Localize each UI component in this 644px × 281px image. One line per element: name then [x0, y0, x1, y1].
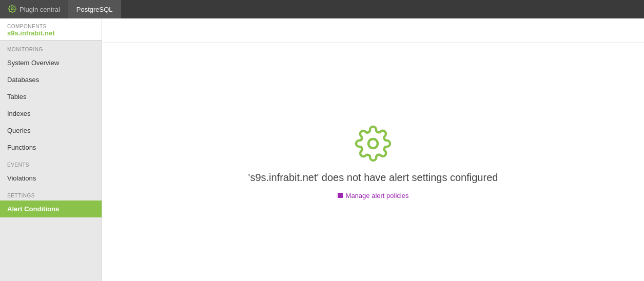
content-area: 's9s.infrabit.net' does not have alert s… [102, 18, 644, 281]
manage-link-label: Manage alert policies [346, 192, 409, 199]
nav-plugin-central[interactable]: Plugin central [0, 0, 68, 18]
nav-postgresql-label: PostgreSQL [76, 6, 113, 13]
sidebar-item-alert-conditions[interactable]: Alert Conditions [0, 200, 102, 217]
events-section-label: EVENTS [0, 156, 102, 170]
component-name: s9s.infrabit.net [7, 29, 54, 37]
alert-gear-icon [355, 125, 392, 164]
components-label: COMPONENTS [7, 24, 94, 29]
sidebar: COMPONENTS s9s.infrabit.net MONITORING S… [0, 18, 102, 281]
content-main: 's9s.infrabit.net' does not have alert s… [102, 43, 644, 281]
gear-nav-icon [8, 5, 16, 14]
nav-plugin-central-label: Plugin central [19, 6, 60, 13]
main-layout: COMPONENTS s9s.infrabit.net MONITORING S… [0, 18, 644, 281]
sidebar-item-functions[interactable]: Functions [0, 139, 102, 156]
sidebar-header: COMPONENTS s9s.infrabit.net [0, 18, 102, 41]
top-nav: Plugin central PostgreSQL [0, 0, 644, 18]
sidebar-item-databases[interactable]: Databases [0, 71, 102, 88]
manage-alert-link[interactable]: Manage alert policies [338, 192, 409, 199]
sidebar-item-system-overview[interactable]: System Overview [0, 54, 102, 71]
monitoring-section-label: MONITORING [0, 41, 102, 54]
svg-point-0 [11, 8, 13, 10]
no-alert-message: 's9s.infrabit.net' does not have alert s… [248, 172, 498, 184]
sidebar-item-tables[interactable]: Tables [0, 88, 102, 105]
settings-section-label: SETTINGS [0, 187, 102, 200]
sidebar-item-violations[interactable]: Violations [0, 170, 102, 187]
manage-link-square-icon [338, 193, 343, 198]
sidebar-item-indexes[interactable]: Indexes [0, 105, 102, 122]
sidebar-item-queries[interactable]: Queries [0, 122, 102, 139]
nav-postgresql[interactable]: PostgreSQL [68, 0, 121, 18]
content-top-bar [102, 18, 644, 43]
svg-point-1 [368, 139, 378, 148]
